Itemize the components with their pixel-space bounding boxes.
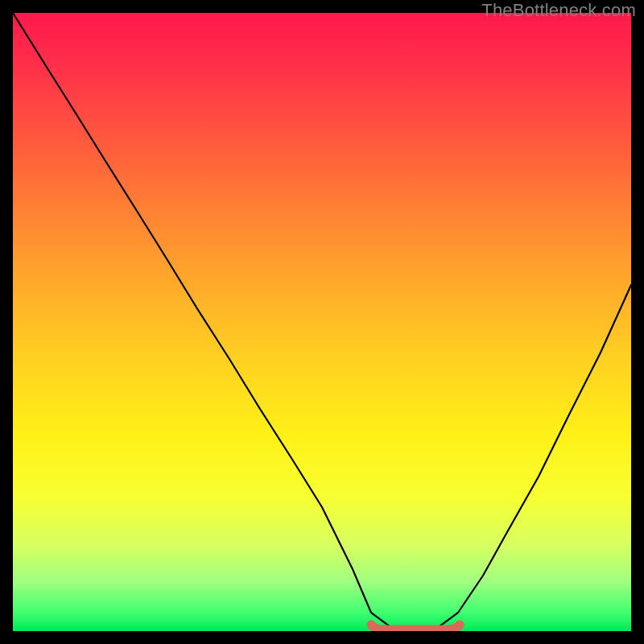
- watermark-text: TheBottleneck.com: [481, 0, 636, 21]
- optimal-range-marker: [371, 625, 460, 630]
- chart-svg: [13, 13, 631, 631]
- chart-frame: [13, 13, 631, 631]
- bottleneck-curve-path: [13, 13, 631, 631]
- plot-area: [13, 13, 631, 631]
